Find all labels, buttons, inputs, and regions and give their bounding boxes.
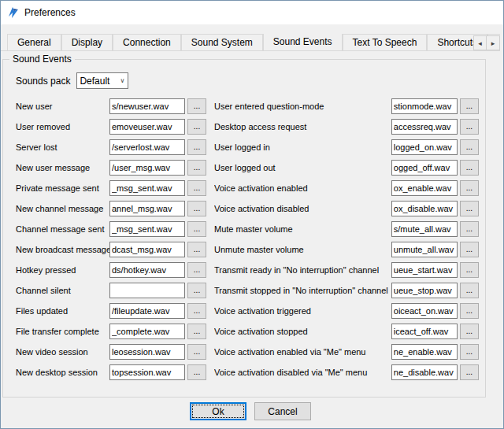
sound-event-row: Private message sent... [16,180,206,196]
sound-event-label: Private message sent [16,183,109,193]
sound-event-file-input[interactable] [391,180,458,196]
sound-event-file-input[interactable] [391,324,458,339]
browse-button[interactable]: ... [460,98,479,114]
sound-event-row: Server lost... [16,139,206,155]
browse-button[interactable]: ... [187,242,206,257]
window-title: Preferences [24,7,76,18]
browse-button[interactable]: ... [187,201,206,216]
sound-event-row: Voice activation stopped... [214,324,479,339]
tab-sound-system[interactable]: Sound System [181,34,263,50]
browse-button[interactable]: ... [460,262,479,278]
sound-event-file-input[interactable] [109,221,185,237]
browse-button[interactable]: ... [187,119,206,135]
sound-event-row: Voice activation enabled via "Me" menu..… [214,344,479,360]
cancel-button[interactable]: Cancel [254,402,311,420]
browse-button[interactable]: ... [187,98,206,114]
tab-scroll-right-icon[interactable]: ▸ [487,35,500,50]
ok-button[interactable]: Ok [190,402,246,420]
browse-button[interactable]: ... [460,242,479,257]
sound-event-file-input[interactable] [109,303,185,319]
sound-event-file-input[interactable] [109,242,185,257]
sound-event-file-input[interactable] [109,344,185,360]
browse-button[interactable]: ... [187,344,206,360]
browse-button[interactable]: ... [460,180,479,196]
sound-event-label: Voice activation enabled via "Me" menu [214,347,391,357]
browse-button[interactable]: ... [187,139,206,155]
sound-event-label: Voice activation disabled via "Me" menu [214,368,391,377]
browse-button[interactable]: ... [460,201,479,216]
browse-button[interactable]: ... [187,364,206,380]
sound-event-file-input[interactable] [391,221,458,237]
sound-event-row: Channel message sent... [16,221,206,237]
sound-event-label: Voice activation triggered [214,306,391,316]
sounds-pack-label: Sounds pack [16,76,70,87]
sound-event-file-input[interactable] [109,283,185,298]
sound-event-file-input[interactable] [391,160,458,176]
sound-event-row: User removed... [16,119,206,135]
sounds-pack-row: Sounds pack Default ∨ [16,72,474,89]
sound-event-row: User logged out... [214,160,479,176]
sound-event-label: New desktop session [16,368,109,377]
browse-button[interactable]: ... [460,160,479,176]
sound-event-file-input[interactable] [109,262,185,278]
sound-event-file-input[interactable] [109,98,185,114]
sounds-pack-combobox[interactable]: Default ∨ [76,72,128,89]
tab-connection[interactable]: Connection [113,34,181,50]
browse-button[interactable]: ... [187,180,206,196]
tab-display[interactable]: Display [61,34,113,50]
sound-event-file-input[interactable] [109,364,185,380]
sound-event-file-input[interactable] [391,98,458,114]
sound-event-label: Mute master volume [214,224,391,234]
tab-text-to-speech[interactable]: Text To Speech [343,34,428,50]
sound-event-file-input[interactable] [391,262,458,278]
sound-event-file-input[interactable] [109,180,185,196]
browse-button[interactable]: ... [460,283,479,298]
tab-control: GeneralDisplayConnectionSound SystemSoun… [7,34,500,50]
sound-event-file-input[interactable] [391,119,458,135]
sound-event-file-input[interactable] [109,119,185,135]
browse-button[interactable]: ... [460,344,479,360]
browse-button[interactable]: ... [187,303,206,319]
sound-event-label: Transmit stopped in "No interruption" ch… [214,286,391,295]
sound-event-label: Voice activation stopped [214,327,391,336]
sound-event-file-input[interactable] [391,303,458,319]
sound-event-file-input[interactable] [391,201,458,216]
tab-scroll-left-icon[interactable]: ◂ [473,35,487,50]
sound-events-column-left: New user...User removed...Server lost...… [16,98,206,385]
sound-event-file-input[interactable] [391,139,458,155]
browse-button[interactable]: ... [187,221,206,237]
sound-event-file-input[interactable] [391,344,458,360]
browse-button[interactable]: ... [187,283,206,298]
sound-event-file-input[interactable] [109,324,185,339]
sound-event-row: Desktop access request... [214,119,479,135]
chevron-down-icon: ∨ [120,77,126,84]
browse-button[interactable]: ... [187,324,206,339]
sound-event-file-input[interactable] [391,283,458,298]
browse-button[interactable]: ... [460,139,479,155]
browse-button[interactable]: ... [187,262,206,278]
browse-button[interactable]: ... [187,160,206,176]
sound-event-file-input[interactable] [109,201,185,216]
sound-event-label: User logged in [214,142,391,152]
browse-button[interactable]: ... [460,303,479,319]
sound-event-file-input[interactable] [391,364,458,380]
browse-button[interactable]: ... [460,364,479,380]
sound-event-file-input[interactable] [109,139,185,155]
sound-event-label: Desktop access request [214,122,391,131]
sound-event-row: Unmute master volume... [214,242,479,257]
tab-general[interactable]: General [7,34,61,50]
sound-event-row: Voice activation enabled... [214,180,479,196]
sound-event-row: New video session... [16,344,206,360]
sound-event-row: Transmit stopped in "No interruption" ch… [214,283,479,298]
titlebar: Preferences [1,1,503,24]
browse-button[interactable]: ... [460,324,479,339]
tab-sound-events[interactable]: Sound Events [263,34,343,50]
sound-event-row: Voice activation disabled... [214,201,479,216]
sound-event-file-input[interactable] [391,242,458,257]
browse-button[interactable]: ... [460,119,479,135]
browse-button[interactable]: ... [460,221,479,237]
sound-event-row: New desktop session... [16,364,206,380]
sound-event-file-input[interactable] [109,160,185,176]
sound-event-label: New user [16,102,109,111]
sound-events-columns: New user...User removed...Server lost...… [16,98,474,385]
